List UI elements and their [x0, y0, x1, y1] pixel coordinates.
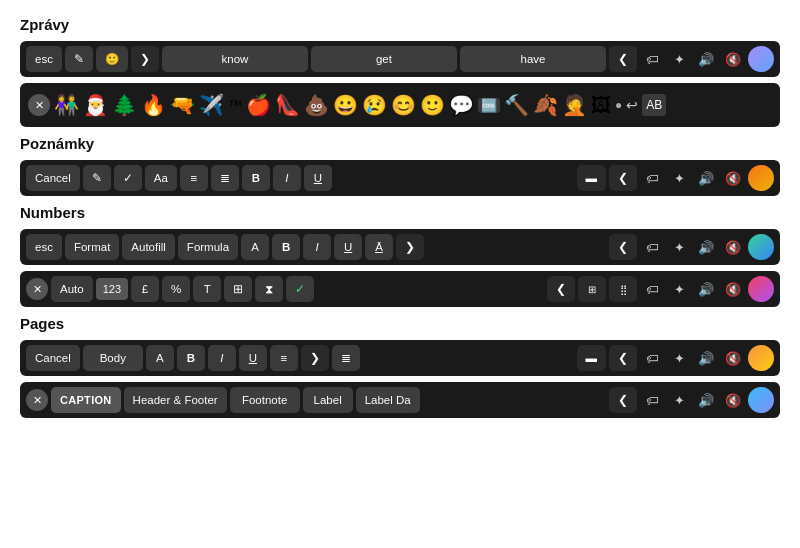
volume-off-icon[interactable]: 🔇: [721, 47, 745, 71]
footnote-button[interactable]: Footnote: [230, 387, 300, 413]
edit-button[interactable]: ✎: [83, 165, 111, 191]
cancel-button[interactable]: Cancel: [26, 165, 80, 191]
list2-button[interactable]: ≣: [211, 165, 239, 191]
volume-up-icon[interactable]: 🔊: [694, 166, 718, 190]
check-button[interactable]: ✓: [286, 276, 314, 302]
chevron-button[interactable]: ❯: [396, 234, 424, 260]
volume-up-icon[interactable]: 🔊: [694, 346, 718, 370]
emoji-tm[interactable]: ™: [228, 97, 242, 113]
emoji-fire[interactable]: 🔥: [141, 93, 166, 117]
emoji-leaves[interactable]: 🍂: [533, 93, 558, 117]
volume-up-icon[interactable]: 🔊: [694, 235, 718, 259]
emoji-plane[interactable]: ✈️: [199, 93, 224, 117]
angle-left-button[interactable]: ❮: [609, 165, 637, 191]
list-button[interactable]: ≣: [332, 345, 360, 371]
angle-left-button[interactable]: ❮: [547, 276, 575, 302]
angle-left-button[interactable]: ❮: [609, 234, 637, 260]
emoji-dot[interactable]: ●: [615, 98, 622, 112]
strikethrough-button[interactable]: Ā: [365, 234, 393, 260]
brightness-icon[interactable]: ✦: [667, 166, 691, 190]
volume-off-icon[interactable]: 🔇: [721, 277, 745, 301]
body-button[interactable]: Body: [83, 345, 143, 371]
underline-button[interactable]: U: [334, 234, 362, 260]
table-button[interactable]: ⊞: [224, 276, 252, 302]
close-button[interactable]: ✕: [28, 94, 50, 116]
format-button[interactable]: Format: [65, 234, 119, 260]
chevron-button[interactable]: ❯: [131, 46, 159, 72]
label-button[interactable]: Label: [303, 387, 353, 413]
brightness-icon[interactable]: ✦: [667, 277, 691, 301]
angle-left-button[interactable]: ❮: [609, 46, 637, 72]
angle-left-button[interactable]: ❮: [609, 387, 637, 413]
brightness-icon[interactable]: ✦: [667, 388, 691, 412]
volume-off-icon[interactable]: 🔇: [721, 235, 745, 259]
emoji-grin[interactable]: 😀: [333, 93, 358, 117]
brightness-icon[interactable]: ✦: [667, 235, 691, 259]
aa-button[interactable]: Aa: [145, 165, 177, 191]
emoji-ab[interactable]: AB: [642, 94, 666, 116]
esc-button[interactable]: esc: [26, 234, 62, 260]
dots-button[interactable]: ⣿: [609, 276, 637, 302]
a-button[interactable]: A: [146, 345, 174, 371]
word-have-button[interactable]: have: [460, 46, 606, 72]
volume-up-icon[interactable]: 🔊: [694, 388, 718, 412]
tag-icon[interactable]: 🏷: [640, 166, 664, 190]
esc-button[interactable]: esc: [26, 46, 62, 72]
volume-off-icon[interactable]: 🔇: [721, 166, 745, 190]
word-know-button[interactable]: know: [162, 46, 308, 72]
volume-up-icon[interactable]: 🔊: [694, 47, 718, 71]
header-footer-button[interactable]: Header & Footer: [124, 387, 227, 413]
formula-button[interactable]: Formula: [178, 234, 238, 260]
emoji-poop[interactable]: 💩: [304, 93, 329, 117]
bold-button[interactable]: B: [272, 234, 300, 260]
label-da-button[interactable]: Label Da: [356, 387, 420, 413]
volume-off-icon[interactable]: 🔇: [721, 388, 745, 412]
emoji-facepalm[interactable]: 🤦: [562, 93, 587, 117]
rect-button[interactable]: ▬: [577, 165, 607, 191]
currency-button[interactable]: £: [131, 276, 159, 302]
align-left-button[interactable]: ≡: [270, 345, 298, 371]
autofill-button[interactable]: Autofill: [122, 234, 175, 260]
italic-button[interactable]: I: [273, 165, 301, 191]
bold-button[interactable]: B: [242, 165, 270, 191]
bold-button[interactable]: B: [177, 345, 205, 371]
emoji-undo[interactable]: ↩: [626, 97, 638, 113]
brightness-icon[interactable]: ✦: [667, 346, 691, 370]
close-button[interactable]: ✕: [26, 389, 48, 411]
hourglass-button[interactable]: ⧗: [255, 276, 283, 302]
underline-button[interactable]: U: [239, 345, 267, 371]
a-button[interactable]: A: [241, 234, 269, 260]
italic-button[interactable]: I: [208, 345, 236, 371]
emoji-slightly-smile[interactable]: 🙂: [420, 93, 445, 117]
check-button[interactable]: ✓: [114, 165, 142, 191]
tag-icon[interactable]: 🏷: [640, 235, 664, 259]
percent-button[interactable]: %: [162, 276, 190, 302]
brightness-icon[interactable]: ✦: [667, 47, 691, 71]
emoji-hammer[interactable]: 🔨: [504, 93, 529, 117]
rect-button[interactable]: ▬: [577, 345, 607, 371]
close-button[interactable]: ✕: [26, 278, 48, 300]
list1-button[interactable]: ≡: [180, 165, 208, 191]
emoji-heels[interactable]: 👠: [275, 93, 300, 117]
emoji-picture[interactable]: 🖼: [591, 94, 611, 117]
emoji-smile[interactable]: 😊: [391, 93, 416, 117]
underline-button[interactable]: U: [304, 165, 332, 191]
edit-button[interactable]: ✎: [65, 46, 93, 72]
emoji-tree[interactable]: 🌲: [112, 93, 137, 117]
tag-icon[interactable]: 🏷: [640, 346, 664, 370]
italic-button[interactable]: I: [303, 234, 331, 260]
caption-button[interactable]: CAPTION: [51, 387, 121, 413]
emoji-cry[interactable]: 😢: [362, 93, 387, 117]
emoji-people[interactable]: 👫: [54, 93, 79, 117]
volume-up-icon[interactable]: 🔊: [694, 277, 718, 301]
emoji-apple[interactable]: 🍎: [246, 93, 271, 117]
tag-icon[interactable]: 🏷: [640, 47, 664, 71]
chevron-button[interactable]: ❯: [301, 345, 329, 371]
emoji-gun[interactable]: 🔫: [170, 93, 195, 117]
cancel-button[interactable]: Cancel: [26, 345, 80, 371]
grid-button[interactable]: ⊞: [578, 276, 606, 302]
emoji-speech[interactable]: 💬: [449, 93, 474, 117]
tag-icon[interactable]: 🏷: [640, 277, 664, 301]
word-get-button[interactable]: get: [311, 46, 457, 72]
text-t-button[interactable]: T: [193, 276, 221, 302]
